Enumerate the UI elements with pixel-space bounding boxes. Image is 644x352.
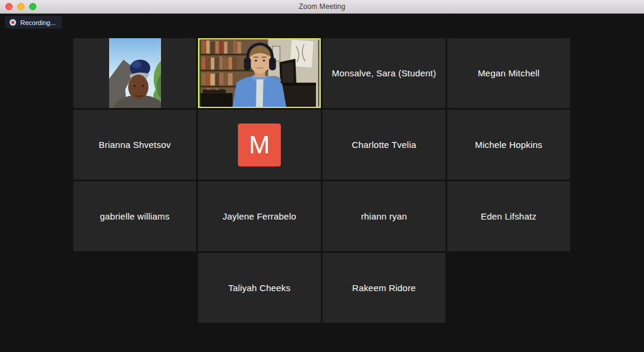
participant-name: Megan Mitchell [478, 68, 540, 78]
window-titlebar: Zoom Meeting [0, 0, 644, 14]
participant-name: Monsalve, Sara (Student) [332, 68, 436, 78]
participant-tile-jaylene-ferrabelo[interactable]: Jaylene Ferrabelo [198, 181, 321, 251]
window-controls [5, 0, 36, 13]
avatar-letter: M [249, 131, 270, 159]
participant-name: Brianna Shvetsov [99, 140, 171, 150]
participant-tile-active-speaker[interactable] [198, 38, 321, 108]
participant-tile-gabrielle-williams[interactable]: gabrielle williams [73, 181, 196, 251]
recording-label: Recording... [20, 19, 55, 26]
participant-tile-rakeem-ridore[interactable]: Rakeem Ridore [323, 253, 445, 323]
participant-tile-eden-lifshatz[interactable]: Eden Lifshatz [447, 181, 570, 251]
recording-icon [10, 19, 16, 26]
participant-name: Eden Lifshatz [481, 211, 537, 221]
participant-name: Rakeem Ridore [352, 283, 416, 293]
window-title: Zoom Meeting [299, 2, 345, 11]
participant-tile-michele-hopkins[interactable]: Michele Hopkins [447, 110, 570, 180]
close-button[interactable] [5, 3, 13, 10]
participant-tile-charlotte-tvelia[interactable]: Charlotte Tvelia [323, 110, 445, 180]
participant-tile-avatar-m[interactable]: M [198, 110, 321, 180]
active-speaker-video-feed [199, 39, 320, 107]
video-grid: Monsalve, Sara (Student) Megan Mitchell … [73, 38, 570, 323]
minimize-button[interactable] [17, 3, 24, 10]
participant-tile-brianna-shvetsov[interactable]: Brianna Shvetsov [73, 110, 196, 180]
participant-tile-rhiann-ryan[interactable]: rhiann ryan [323, 181, 445, 251]
participant-name: Michele Hopkins [475, 140, 542, 150]
participant-name: gabrielle williams [100, 211, 170, 221]
recording-badge: Recording... [5, 16, 62, 29]
participant-tile-camera-portrait[interactable] [73, 38, 196, 108]
participant-name: Jaylene Ferrabelo [222, 211, 296, 221]
participant-name: Charlotte Tvelia [352, 140, 416, 150]
participant-tile-taliyah-cheeks[interactable]: Taliyah Cheeks [198, 253, 321, 323]
participant-name: Taliyah Cheeks [228, 283, 291, 293]
meeting-content: Recording... [0, 14, 644, 352]
participant-tile-megan-mitchell[interactable]: Megan Mitchell [447, 38, 570, 108]
portrait-video-feed [109, 38, 161, 108]
participant-tile-monsalve-sara[interactable]: Monsalve, Sara (Student) [323, 38, 445, 108]
fullscreen-button[interactable] [29, 3, 36, 10]
participant-avatar: M [238, 123, 281, 166]
participant-name: rhiann ryan [361, 211, 407, 221]
